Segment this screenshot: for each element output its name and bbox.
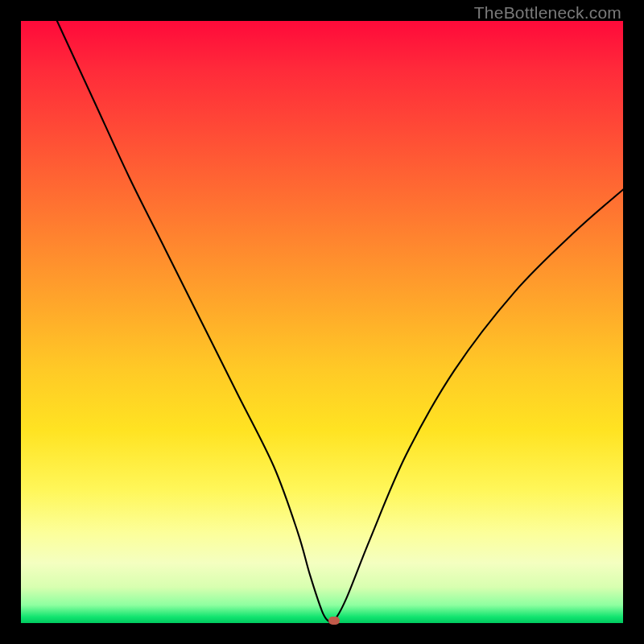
watermark-text: TheBottleneck.com bbox=[474, 3, 621, 23]
chart-frame: TheBottleneck.com bbox=[0, 0, 644, 644]
bottleneck-curve-path bbox=[57, 21, 623, 623]
curve-svg bbox=[21, 21, 623, 623]
plot-area bbox=[21, 21, 623, 623]
minimum-marker bbox=[328, 617, 340, 625]
